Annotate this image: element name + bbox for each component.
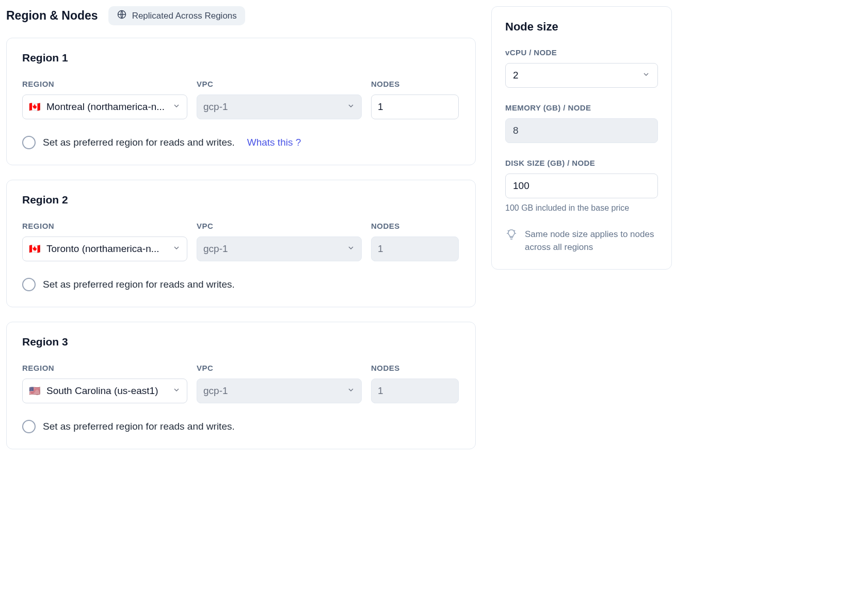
chevron-down-icon — [347, 385, 355, 397]
vpc-value: gcp-1 — [203, 243, 343, 255]
nodes-input: 1 — [371, 237, 459, 261]
flag-icon: 🇨🇦 — [29, 243, 40, 255]
vpc-select[interactable]: gcp-1 — [197, 95, 362, 119]
nodes-value: 1 — [378, 385, 383, 397]
region-select[interactable]: 🇨🇦 Montreal (northamerica-n... — [22, 95, 187, 119]
nodes-input[interactable]: 1 — [371, 95, 459, 119]
node-size-card: Node size vCPU / NODE 2 MEMORY (GB) / NO… — [491, 6, 672, 270]
nodes-value: 1 — [378, 101, 383, 113]
region-select[interactable]: 🇺🇸 South Carolina (us-east1) — [22, 379, 187, 403]
vcpu-select[interactable]: 2 — [505, 63, 658, 88]
nodes-field-label: NODES — [371, 364, 459, 372]
disk-helper-text: 100 GB included in the base price — [505, 203, 658, 213]
region-card: Region 3 REGION 🇺🇸 South Carolina (us-ea… — [6, 322, 476, 449]
vpc-value: gcp-1 — [203, 101, 343, 113]
chevron-down-icon — [172, 101, 181, 113]
preferred-region-radio[interactable] — [22, 278, 36, 291]
vcpu-label: vCPU / NODE — [505, 48, 658, 57]
flag-icon: 🇨🇦 — [29, 101, 40, 113]
region-card: Region 2 REGION 🇨🇦 Toronto (northamerica… — [6, 180, 476, 307]
memory-label: MEMORY (GB) / NODE — [505, 103, 658, 112]
lightbulb-icon — [505, 228, 518, 254]
nodes-field-label: NODES — [371, 80, 459, 88]
preferred-region-label: Set as preferred region for reads and wr… — [43, 421, 235, 432]
region-card-title: Region 2 — [22, 194, 460, 206]
vpc-field-label: VPC — [197, 222, 362, 230]
globe-icon — [117, 9, 127, 22]
node-size-note-text: Same node size applies to nodes across a… — [525, 228, 658, 254]
memory-value: 8 — [513, 125, 519, 136]
node-size-title: Node size — [505, 20, 658, 34]
region-value: Montreal (northamerica-n... — [46, 101, 168, 113]
preferred-region-radio[interactable] — [22, 136, 36, 149]
flag-icon: 🇺🇸 — [29, 385, 40, 397]
nodes-input: 1 — [371, 379, 459, 403]
region-card: Region 1 REGION 🇨🇦 Montreal (northameric… — [6, 38, 476, 165]
vpc-select[interactable]: gcp-1 — [197, 379, 362, 403]
region-select[interactable]: 🇨🇦 Toronto (northamerica-n... — [22, 237, 187, 261]
region-field-label: REGION — [22, 364, 187, 372]
replication-badge: Replicated Across Regions — [108, 6, 245, 25]
region-value: South Carolina (us-east1) — [46, 385, 168, 397]
region-field-label: REGION — [22, 80, 187, 88]
whats-this-link[interactable]: Whats this ? — [247, 137, 301, 148]
vpc-select[interactable]: gcp-1 — [197, 237, 362, 261]
page-title: Region & Nodes — [6, 9, 98, 23]
memory-input: 8 — [505, 118, 658, 143]
preferred-region-label: Set as preferred region for reads and wr… — [43, 279, 235, 290]
chevron-down-icon — [172, 243, 181, 255]
nodes-value: 1 — [378, 243, 383, 255]
vpc-field-label: VPC — [197, 80, 362, 88]
disk-value: 100 — [513, 180, 529, 192]
chevron-down-icon — [347, 101, 355, 113]
chevron-down-icon — [642, 70, 650, 81]
vpc-field-label: VPC — [197, 364, 362, 372]
preferred-region-radio[interactable] — [22, 420, 36, 433]
chevron-down-icon — [347, 243, 355, 255]
region-field-label: REGION — [22, 222, 187, 230]
vpc-value: gcp-1 — [203, 385, 343, 397]
preferred-region-label: Set as preferred region for reads and wr… — [43, 137, 235, 148]
nodes-field-label: NODES — [371, 222, 459, 230]
node-size-note: Same node size applies to nodes across a… — [505, 228, 658, 254]
disk-input[interactable]: 100 — [505, 174, 658, 198]
region-card-title: Region 3 — [22, 336, 460, 348]
region-value: Toronto (northamerica-n... — [46, 243, 168, 255]
vcpu-value: 2 — [513, 70, 519, 81]
disk-label: DISK SIZE (GB) / NODE — [505, 159, 658, 167]
chevron-down-icon — [172, 385, 181, 397]
region-card-title: Region 1 — [22, 52, 460, 64]
replication-badge-label: Replicated Across Regions — [132, 11, 237, 21]
